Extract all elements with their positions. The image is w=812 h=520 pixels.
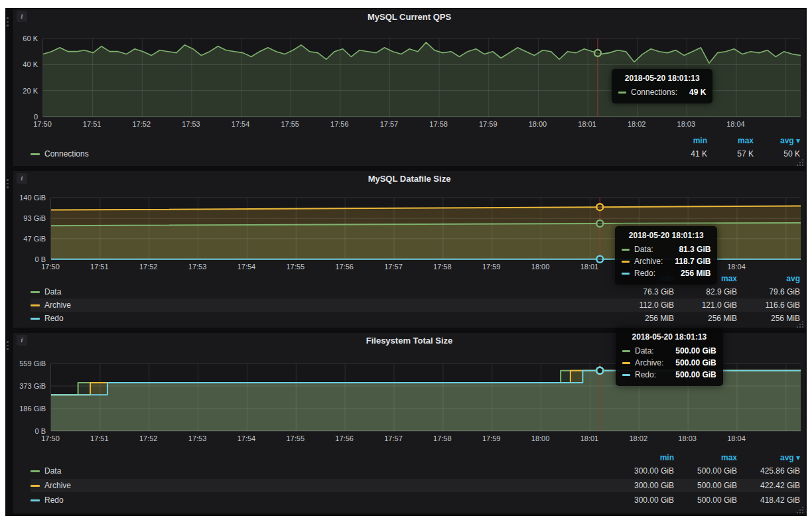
hover-point-marker xyxy=(594,50,601,56)
x-axis-tick-label: 18:01 xyxy=(571,119,603,129)
legend-row: Connections41 K57 K50 K xyxy=(31,147,800,161)
stat-value-avg: 256 MiB xyxy=(737,314,800,323)
panel-resize-handle[interactable] xyxy=(796,318,804,326)
x-axis-tick-label: 17:57 xyxy=(377,262,409,271)
panel-title[interactable]: MySQL Datafile Size xyxy=(13,174,805,184)
series-color-dash-icon xyxy=(622,249,630,251)
x-axis-tick-label: 17:59 xyxy=(476,262,508,271)
x-axis-tick-label: 17:58 xyxy=(423,119,454,129)
x-axis-tick-label: 18:02 xyxy=(622,434,654,443)
x-axis-tick-label: 17:55 xyxy=(274,119,306,129)
panel-resize-handle[interactable] xyxy=(796,504,804,512)
legend: minmaxavg ▾Data300.00 GiB500.00 GiB425.8… xyxy=(13,452,805,508)
tooltip-series-name: Archive: xyxy=(635,358,663,367)
tooltip-series-value: 81.3 GiB xyxy=(679,245,710,254)
series-color-dash-icon xyxy=(31,485,40,487)
stat-value-avg: 50 K xyxy=(754,149,800,159)
hover-point-marker xyxy=(596,204,603,210)
legend-row: Redo300.00 GiB500.00 GiB418.42 GiB xyxy=(31,493,800,507)
panel-resize-handle[interactable] xyxy=(796,157,804,164)
y-axis-tick-label: 47 GiB xyxy=(13,234,46,243)
tooltip-timestamp: 2018-05-20 18:01:13 xyxy=(622,332,716,342)
stat-value-max: 121.0 GiB xyxy=(674,300,737,310)
tooltip-series-value: 118.7 GiB xyxy=(675,257,710,266)
tooltip-series-name: Data: xyxy=(635,346,654,356)
stat-value-avg: 425.86 GiB xyxy=(737,466,800,476)
x-axis-tick-label: 17:50 xyxy=(34,262,66,271)
x-axis-tick-label: 18:00 xyxy=(521,119,553,129)
legend-row: Data300.00 GiB500.00 GiB425.86 GiB xyxy=(31,464,800,478)
x-axis-tick-label: 17:51 xyxy=(76,119,108,129)
panel-title[interactable]: MySQL Current QPS xyxy=(13,12,805,22)
x-axis-tick-label: 17:52 xyxy=(133,262,165,271)
legend-series-toggle[interactable]: Archive xyxy=(31,300,611,310)
x-axis-tick-label: 18:00 xyxy=(525,434,557,443)
x-axis-tick-label: 17:59 xyxy=(472,119,504,129)
y-axis-tick-label: 186 GiB xyxy=(13,404,46,413)
stat-sort-min[interactable]: min xyxy=(661,136,707,145)
series-color-dash-icon xyxy=(31,499,40,501)
y-axis-tick-label: 93 GiB xyxy=(13,214,46,223)
stat-value-min: 300.00 GiB xyxy=(611,481,674,490)
legend-series-toggle[interactable]: Data xyxy=(31,287,611,296)
tooltip-timestamp: 2018-05-20 18:01:13 xyxy=(618,74,706,83)
x-axis-tick-label: 18:04 xyxy=(720,262,752,271)
panel-drag-handle[interactable] xyxy=(7,179,12,188)
stat-sort-avg[interactable]: avg xyxy=(737,274,800,283)
stat-sort-max[interactable]: max xyxy=(674,453,737,462)
stat-value-max: 82.9 GiB xyxy=(674,287,737,296)
legend-series-toggle[interactable]: Redo xyxy=(31,495,611,505)
stat-value-min: 300.00 GiB xyxy=(611,495,674,505)
legend-series-toggle[interactable]: Archive xyxy=(31,481,611,490)
y-axis-tick-label: 40 K xyxy=(13,60,38,69)
stat-value-max: 500.00 GiB xyxy=(674,481,737,490)
y-axis-tick-label: 20 K xyxy=(13,86,38,96)
chart-tooltip: 2018-05-20 18:01:13 Data:81.3 GiBArchive… xyxy=(615,226,717,285)
tooltip-series-name: Redo: xyxy=(635,370,656,379)
stat-value-min: 112.0 GiB xyxy=(611,300,674,310)
tooltip-series-value: 49 K xyxy=(689,88,706,97)
tooltip-series-value: 500.00 GiB xyxy=(675,346,716,356)
stat-value-avg: 422.42 GiB xyxy=(737,481,800,490)
x-axis-tick-label: 18:03 xyxy=(671,434,703,443)
legend-row: Redo256 MiB256 MiB256 MiB xyxy=(31,312,800,325)
y-axis-tick-label: 373 GiB xyxy=(13,381,46,391)
dashboard: i MySQL Current QPS 020 K40 K60 K 17:501… xyxy=(5,8,807,516)
hover-point-marker xyxy=(596,367,603,374)
series-color-dash-icon xyxy=(622,374,630,376)
legend-row: Data76.3 GiB82.9 GiB79.6 GiB xyxy=(31,285,800,298)
panel-drag-handle[interactable] xyxy=(7,341,12,350)
sort-caret-icon: ▾ xyxy=(794,136,800,145)
legend-series-toggle[interactable]: Redo xyxy=(31,314,611,323)
x-axis-tick-label: 17:51 xyxy=(84,262,115,271)
stat-value-min: 300.00 GiB xyxy=(611,466,674,476)
stat-value-avg: 116.6 GiB xyxy=(737,300,800,310)
stat-sort-max[interactable]: max xyxy=(707,136,754,145)
legend-row: Archive112.0 GiB121.0 GiB116.6 GiB xyxy=(31,298,800,312)
series-color-dash-icon xyxy=(622,261,630,263)
series-color-dash-icon xyxy=(31,470,40,472)
x-axis-tick-label: 18:01 xyxy=(573,262,605,271)
stat-value-max: 500.00 GiB xyxy=(674,466,737,476)
legend-series-toggle[interactable]: Connections xyxy=(31,149,661,159)
legend-row: Archive300.00 GiB500.00 GiB422.42 GiB xyxy=(31,479,800,492)
tooltip-series-value: 500.00 GiB xyxy=(675,370,716,379)
legend-series-toggle[interactable]: Data xyxy=(31,466,611,476)
stat-value-max: 256 MiB xyxy=(674,314,737,323)
stat-sort-min[interactable]: min xyxy=(611,453,674,462)
series-color-dash-icon xyxy=(618,92,626,94)
x-axis-tick-label: 17:50 xyxy=(34,434,66,443)
stat-value-min: 256 MiB xyxy=(611,314,674,323)
panel-drag-handle[interactable] xyxy=(7,17,12,27)
x-axis-tick-label: 17:54 xyxy=(225,119,257,129)
x-axis-tick-label: 17:58 xyxy=(427,434,458,443)
x-axis-tick-label: 18:04 xyxy=(720,119,752,129)
tooltip-series-row: Redo:500.00 GiB xyxy=(622,369,716,381)
stat-value-max: 500.00 GiB xyxy=(674,495,737,505)
stat-sort-avg[interactable]: avg ▾ xyxy=(754,136,800,145)
tooltip-series-value: 500.00 GiB xyxy=(675,358,716,367)
x-axis-tick-label: 17:51 xyxy=(84,434,115,443)
tooltip-series-row: Connections:49 K xyxy=(618,86,706,98)
stat-sort-avg[interactable]: avg ▾ xyxy=(737,453,800,462)
tooltip-series-name: Connections: xyxy=(631,88,677,97)
